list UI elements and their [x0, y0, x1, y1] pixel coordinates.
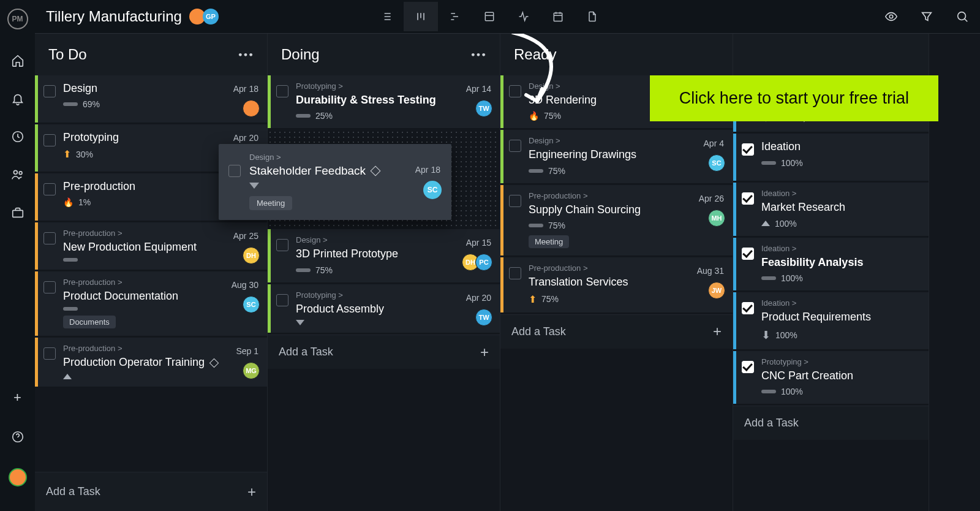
- column-todo: To Do Design 69% Apr 18 Prototyping ⬆30%…: [35, 34, 268, 511]
- assignee-avatar[interactable]: JW: [708, 282, 725, 299]
- progress-bar: [529, 169, 543, 173]
- checkbox[interactable]: [43, 232, 56, 244]
- checkbox[interactable]: [276, 85, 288, 97]
- people-icon[interactable]: [11, 168, 24, 181]
- add-task-label: Add a Task: [744, 417, 799, 430]
- checkbox[interactable]: [509, 267, 521, 279]
- task-card[interactable]: Pre-production > Translation Services ⬆7…: [500, 257, 733, 312]
- task-breadcrumb: Pre-production >: [529, 191, 724, 200]
- view-table-icon[interactable]: [472, 2, 507, 31]
- add-icon[interactable]: +: [13, 390, 21, 406]
- column-more-icon[interactable]: [238, 52, 254, 58]
- assignee-avatar[interactable]: TW: [475, 309, 492, 326]
- plus-icon: +: [480, 344, 489, 361]
- checkbox-checked[interactable]: [742, 361, 754, 373]
- task-title: Durability & Stress Testing: [296, 93, 491, 107]
- task-date: Apr 18: [233, 84, 258, 94]
- task-card[interactable]: Design > 3D Printed Prototype 75% Apr 15…: [268, 229, 500, 282]
- help-icon[interactable]: [11, 430, 24, 444]
- assignee-avatar[interactable]: SC: [708, 154, 725, 172]
- task-title: Stakeholder Feedback: [249, 164, 440, 178]
- task-title: Design: [63, 81, 258, 96]
- view-gantt-icon[interactable]: [438, 2, 472, 31]
- filter-icon[interactable]: [920, 10, 933, 23]
- history-icon[interactable]: [11, 130, 24, 143]
- priority-up-icon: ⬆: [63, 148, 71, 160]
- user-avatar[interactable]: [9, 468, 27, 486]
- task-card[interactable]: Design 69% Apr 18: [35, 75, 267, 123]
- task-title: New Production Equipment: [63, 240, 258, 254]
- bell-icon[interactable]: [11, 92, 24, 105]
- column-more-icon[interactable]: [470, 52, 486, 58]
- dragging-card[interactable]: Design > Stakeholder Feedback Apr 18 SC …: [219, 144, 451, 220]
- view-activity-icon[interactable]: [507, 2, 541, 31]
- view-calendar-icon[interactable]: [541, 2, 575, 31]
- assignee-avatar[interactable]: MH: [708, 210, 725, 227]
- checkbox[interactable]: [276, 239, 288, 251]
- assignee-avatar[interactable]: SC: [243, 296, 260, 313]
- eye-icon[interactable]: [884, 10, 898, 23]
- task-date: Apr 4: [704, 138, 724, 148]
- column-title: Ready: [514, 46, 556, 63]
- task-breadcrumb: Pre-production >: [63, 278, 258, 287]
- task-card[interactable]: Ideation > Market Research 100%: [733, 183, 929, 236]
- task-percent: 25%: [315, 111, 333, 121]
- home-icon[interactable]: [11, 54, 24, 67]
- task-tag: Meeting: [249, 196, 292, 210]
- task-card[interactable]: Prototyping > Durability & Stress Testin…: [268, 75, 500, 129]
- view-board-icon[interactable]: [404, 2, 438, 31]
- checkbox[interactable]: [43, 347, 56, 360]
- task-card[interactable]: Pre-production > Product Documentation A…: [35, 271, 267, 336]
- assignee-avatar[interactable]: MG: [243, 362, 260, 379]
- task-card[interactable]: Pre-production > Supply Chain Sourcing 7…: [500, 185, 733, 256]
- assignee-avatar[interactable]: SC: [423, 181, 442, 199]
- view-files-icon[interactable]: [575, 2, 609, 31]
- checkbox-checked[interactable]: [742, 248, 754, 260]
- checkbox[interactable]: [43, 85, 56, 97]
- priority-down-icon: [249, 183, 259, 189]
- task-card[interactable]: Prototyping > Product Assembly Apr 20 TW: [268, 284, 500, 333]
- checkbox[interactable]: [43, 183, 56, 195]
- task-card[interactable]: Ideation > Feasibility Analysis 100%: [733, 238, 929, 291]
- svg-point-9: [239, 53, 242, 56]
- task-card[interactable]: Pre-production > Production Operator Tra…: [35, 338, 267, 387]
- assignee-avatar[interactable]: [243, 100, 260, 117]
- task-card[interactable]: Prototyping > CNC Part Creation 100%: [733, 351, 929, 404]
- task-date: Apr 18: [415, 165, 440, 175]
- task-title: Production Operator Training: [63, 355, 258, 369]
- app-logo[interactable]: PM: [7, 9, 28, 29]
- briefcase-icon[interactable]: [11, 206, 24, 219]
- task-title: CNC Part Creation: [761, 369, 920, 383]
- checkbox-checked[interactable]: [742, 143, 754, 156]
- task-percent: 75%: [548, 166, 565, 176]
- checkbox[interactable]: [509, 85, 521, 97]
- checkbox[interactable]: [228, 165, 241, 177]
- assignee-avatar[interactable]: DH: [243, 247, 260, 264]
- view-list-icon[interactable]: [369, 2, 404, 31]
- team-avatars[interactable]: GP: [192, 9, 219, 25]
- task-card[interactable]: Design > Engineering Drawings 75% Apr 4 …: [500, 130, 733, 183]
- checkbox-checked[interactable]: [742, 302, 754, 314]
- checkbox[interactable]: [509, 140, 521, 152]
- add-task-button[interactable]: Add a Task+: [500, 314, 733, 349]
- milestone-icon: [209, 358, 219, 368]
- task-card[interactable]: Pre-production > New Production Equipmen…: [35, 222, 267, 270]
- task-breadcrumb: Design >: [529, 136, 724, 145]
- checkbox[interactable]: [509, 195, 521, 207]
- checkbox[interactable]: [43, 134, 56, 146]
- assignee-avatar[interactable]: PC: [475, 254, 492, 271]
- free-trial-callout[interactable]: Click here to start your free trial: [650, 75, 938, 121]
- add-task-button[interactable]: Add a Task+: [35, 472, 267, 511]
- add-task-button[interactable]: Add a Task+: [268, 335, 500, 369]
- plus-icon: +: [247, 483, 256, 501]
- checkbox[interactable]: [276, 294, 288, 306]
- task-card[interactable]: Ideation > Product Requirements ⬇100%: [733, 292, 929, 349]
- search-icon[interactable]: [956, 10, 969, 23]
- checkbox-checked[interactable]: [742, 192, 754, 205]
- assignee-avatar[interactable]: TW: [475, 100, 492, 117]
- checkbox[interactable]: [43, 281, 56, 293]
- task-title: Product Assembly: [296, 302, 491, 316]
- add-task-button[interactable]: Add a Task: [733, 406, 929, 440]
- task-card[interactable]: Ideation 100%: [733, 134, 929, 181]
- progress-bar: [761, 276, 776, 280]
